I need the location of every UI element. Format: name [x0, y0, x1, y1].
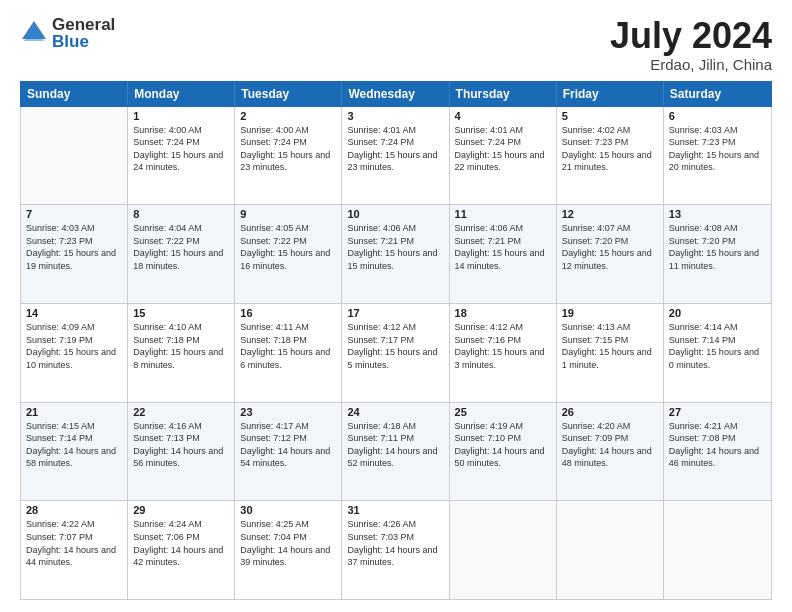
cell-info: Sunrise: 4:11 AMSunset: 7:18 PMDaylight:… — [240, 321, 336, 371]
cell-info: Sunrise: 4:10 AMSunset: 7:18 PMDaylight:… — [133, 321, 229, 371]
cell-info: Sunrise: 4:15 AMSunset: 7:14 PMDaylight:… — [26, 420, 122, 470]
month-year-title: July 2024 — [610, 16, 772, 56]
calendar-cell: 20Sunrise: 4:14 AMSunset: 7:14 PMDayligh… — [664, 304, 771, 402]
cell-info: Sunrise: 4:16 AMSunset: 7:13 PMDaylight:… — [133, 420, 229, 470]
day-number: 17 — [347, 307, 443, 319]
day-number: 6 — [669, 110, 766, 122]
day-number: 9 — [240, 208, 336, 220]
cell-info: Sunrise: 4:24 AMSunset: 7:06 PMDaylight:… — [133, 518, 229, 568]
calendar-cell: 21Sunrise: 4:15 AMSunset: 7:14 PMDayligh… — [21, 403, 128, 501]
calendar-cell: 7Sunrise: 4:03 AMSunset: 7:23 PMDaylight… — [21, 205, 128, 303]
calendar: SundayMondayTuesdayWednesdayThursdayFrid… — [20, 81, 772, 600]
calendar-row-3: 14Sunrise: 4:09 AMSunset: 7:19 PMDayligh… — [21, 304, 771, 403]
day-number: 18 — [455, 307, 551, 319]
location-text: Erdao, Jilin, China — [610, 56, 772, 73]
day-number: 24 — [347, 406, 443, 418]
calendar-cell: 6Sunrise: 4:03 AMSunset: 7:23 PMDaylight… — [664, 107, 771, 205]
calendar-cell: 16Sunrise: 4:11 AMSunset: 7:18 PMDayligh… — [235, 304, 342, 402]
cell-info: Sunrise: 4:25 AMSunset: 7:04 PMDaylight:… — [240, 518, 336, 568]
day-number: 13 — [669, 208, 766, 220]
day-number: 1 — [133, 110, 229, 122]
calendar-cell: 8Sunrise: 4:04 AMSunset: 7:22 PMDaylight… — [128, 205, 235, 303]
day-number: 26 — [562, 406, 658, 418]
day-number: 25 — [455, 406, 551, 418]
header-day-thursday: Thursday — [450, 82, 557, 106]
title-block: July 2024 Erdao, Jilin, China — [610, 16, 772, 73]
cell-info: Sunrise: 4:01 AMSunset: 7:24 PMDaylight:… — [455, 124, 551, 174]
calendar-cell — [557, 501, 664, 599]
calendar-cell: 3Sunrise: 4:01 AMSunset: 7:24 PMDaylight… — [342, 107, 449, 205]
calendar-cell: 15Sunrise: 4:10 AMSunset: 7:18 PMDayligh… — [128, 304, 235, 402]
day-number: 21 — [26, 406, 122, 418]
header-day-monday: Monday — [128, 82, 235, 106]
cell-info: Sunrise: 4:20 AMSunset: 7:09 PMDaylight:… — [562, 420, 658, 470]
logo-icon — [20, 19, 48, 47]
cell-info: Sunrise: 4:01 AMSunset: 7:24 PMDaylight:… — [347, 124, 443, 174]
calendar-cell: 9Sunrise: 4:05 AMSunset: 7:22 PMDaylight… — [235, 205, 342, 303]
calendar-cell: 31Sunrise: 4:26 AMSunset: 7:03 PMDayligh… — [342, 501, 449, 599]
day-number: 10 — [347, 208, 443, 220]
calendar-cell: 19Sunrise: 4:13 AMSunset: 7:15 PMDayligh… — [557, 304, 664, 402]
calendar-row-1: 1Sunrise: 4:00 AMSunset: 7:24 PMDaylight… — [21, 107, 771, 206]
calendar-cell: 24Sunrise: 4:18 AMSunset: 7:11 PMDayligh… — [342, 403, 449, 501]
calendar-cell: 29Sunrise: 4:24 AMSunset: 7:06 PMDayligh… — [128, 501, 235, 599]
calendar-cell: 22Sunrise: 4:16 AMSunset: 7:13 PMDayligh… — [128, 403, 235, 501]
cell-info: Sunrise: 4:26 AMSunset: 7:03 PMDaylight:… — [347, 518, 443, 568]
cell-info: Sunrise: 4:08 AMSunset: 7:20 PMDaylight:… — [669, 222, 766, 272]
calendar-cell — [21, 107, 128, 205]
calendar-cell: 4Sunrise: 4:01 AMSunset: 7:24 PMDaylight… — [450, 107, 557, 205]
calendar-row-2: 7Sunrise: 4:03 AMSunset: 7:23 PMDaylight… — [21, 205, 771, 304]
cell-info: Sunrise: 4:12 AMSunset: 7:16 PMDaylight:… — [455, 321, 551, 371]
cell-info: Sunrise: 4:12 AMSunset: 7:17 PMDaylight:… — [347, 321, 443, 371]
logo-blue-text: Blue — [52, 33, 115, 50]
cell-info: Sunrise: 4:18 AMSunset: 7:11 PMDaylight:… — [347, 420, 443, 470]
calendar-cell: 25Sunrise: 4:19 AMSunset: 7:10 PMDayligh… — [450, 403, 557, 501]
calendar-cell: 2Sunrise: 4:00 AMSunset: 7:24 PMDaylight… — [235, 107, 342, 205]
cell-info: Sunrise: 4:04 AMSunset: 7:22 PMDaylight:… — [133, 222, 229, 272]
cell-info: Sunrise: 4:14 AMSunset: 7:14 PMDaylight:… — [669, 321, 766, 371]
day-number: 29 — [133, 504, 229, 516]
cell-info: Sunrise: 4:00 AMSunset: 7:24 PMDaylight:… — [133, 124, 229, 174]
calendar-cell: 10Sunrise: 4:06 AMSunset: 7:21 PMDayligh… — [342, 205, 449, 303]
cell-info: Sunrise: 4:19 AMSunset: 7:10 PMDaylight:… — [455, 420, 551, 470]
calendar-cell: 18Sunrise: 4:12 AMSunset: 7:16 PMDayligh… — [450, 304, 557, 402]
day-number: 30 — [240, 504, 336, 516]
calendar-cell — [664, 501, 771, 599]
calendar-cell: 14Sunrise: 4:09 AMSunset: 7:19 PMDayligh… — [21, 304, 128, 402]
day-number: 14 — [26, 307, 122, 319]
calendar-cell: 17Sunrise: 4:12 AMSunset: 7:17 PMDayligh… — [342, 304, 449, 402]
header-day-friday: Friday — [557, 82, 664, 106]
calendar-cell: 30Sunrise: 4:25 AMSunset: 7:04 PMDayligh… — [235, 501, 342, 599]
day-number: 4 — [455, 110, 551, 122]
header-day-saturday: Saturday — [664, 82, 771, 106]
header-day-sunday: Sunday — [21, 82, 128, 106]
day-number: 23 — [240, 406, 336, 418]
calendar-cell: 23Sunrise: 4:17 AMSunset: 7:12 PMDayligh… — [235, 403, 342, 501]
day-number: 16 — [240, 307, 336, 319]
day-number: 19 — [562, 307, 658, 319]
calendar-body: 1Sunrise: 4:00 AMSunset: 7:24 PMDaylight… — [20, 107, 772, 600]
calendar-cell: 12Sunrise: 4:07 AMSunset: 7:20 PMDayligh… — [557, 205, 664, 303]
day-number: 8 — [133, 208, 229, 220]
calendar-cell: 28Sunrise: 4:22 AMSunset: 7:07 PMDayligh… — [21, 501, 128, 599]
cell-info: Sunrise: 4:07 AMSunset: 7:20 PMDaylight:… — [562, 222, 658, 272]
cell-info: Sunrise: 4:17 AMSunset: 7:12 PMDaylight:… — [240, 420, 336, 470]
day-number: 7 — [26, 208, 122, 220]
cell-info: Sunrise: 4:21 AMSunset: 7:08 PMDaylight:… — [669, 420, 766, 470]
calendar-cell: 13Sunrise: 4:08 AMSunset: 7:20 PMDayligh… — [664, 205, 771, 303]
cell-info: Sunrise: 4:22 AMSunset: 7:07 PMDaylight:… — [26, 518, 122, 568]
cell-info: Sunrise: 4:03 AMSunset: 7:23 PMDaylight:… — [26, 222, 122, 272]
logo: General Blue — [20, 16, 115, 50]
header-day-wednesday: Wednesday — [342, 82, 449, 106]
day-number: 15 — [133, 307, 229, 319]
calendar-cell: 27Sunrise: 4:21 AMSunset: 7:08 PMDayligh… — [664, 403, 771, 501]
calendar-cell: 1Sunrise: 4:00 AMSunset: 7:24 PMDaylight… — [128, 107, 235, 205]
day-number: 28 — [26, 504, 122, 516]
day-number: 5 — [562, 110, 658, 122]
logo-general-text: General — [52, 16, 115, 33]
cell-info: Sunrise: 4:09 AMSunset: 7:19 PMDaylight:… — [26, 321, 122, 371]
calendar-cell: 5Sunrise: 4:02 AMSunset: 7:23 PMDaylight… — [557, 107, 664, 205]
logo-text: General Blue — [52, 16, 115, 50]
calendar-row-4: 21Sunrise: 4:15 AMSunset: 7:14 PMDayligh… — [21, 403, 771, 502]
calendar-cell: 11Sunrise: 4:06 AMSunset: 7:21 PMDayligh… — [450, 205, 557, 303]
